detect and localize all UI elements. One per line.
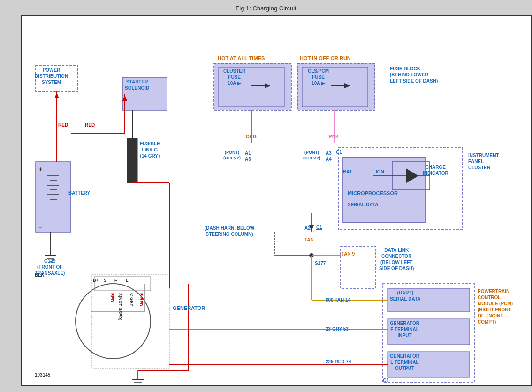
- hot-off-run-label: HOT IN OFF OR RUN: [300, 55, 351, 61]
- tan-label: TAN: [304, 237, 314, 243]
- diagram-number: 103145: [35, 372, 50, 378]
- 800-tan-14-label: 800 TAN 14: [326, 297, 350, 303]
- battery-label: BATTERY: [68, 190, 90, 196]
- fusible-link-label: FUSIBLELINK G(14 GRY): [140, 141, 160, 159]
- pont-chevy-left: (PONT)(CHEVY): [223, 150, 241, 161]
- diagram-container: + −: [21, 15, 532, 386]
- title-text: Fig 1: Charging Circuit: [236, 5, 296, 12]
- starter-solenoid-label: STARTERSOLENOID: [125, 79, 149, 91]
- cluster-fuse-label: CLUSTERFUSE10A ▶: [223, 68, 245, 86]
- red-wire-label2: RED: [85, 122, 95, 128]
- cls-pcm-fuse-label: CLS/PCMFUSE10A ▶: [308, 68, 329, 86]
- instrument-panel-label: INSTRUMENTPANELCLUSTER: [468, 152, 499, 171]
- svg-marker-71: [344, 83, 350, 88]
- g129-label: G129(FRONT OFTRANSAXLE): [35, 258, 65, 276]
- svg-marker-45: [122, 95, 127, 101]
- red-side-label: RED: [109, 293, 114, 302]
- red-wire-label1: RED: [58, 122, 68, 128]
- b-red-label: B RED: [138, 293, 144, 306]
- uart-label: (UART)SERIAL DATA: [390, 290, 421, 302]
- svg-rect-28: [92, 274, 169, 368]
- svg-rect-1: [36, 162, 71, 232]
- s277-label: S277: [315, 260, 326, 266]
- charge-indicator-label: CHARGEINDICATOR: [423, 164, 448, 176]
- svg-marker-69: [265, 83, 270, 88]
- a1-a3-label: A1A3: [245, 150, 251, 162]
- pnk-label: PNK: [329, 134, 339, 140]
- a3-a4-label: A3A4: [326, 150, 332, 162]
- svg-marker-41: [54, 92, 59, 98]
- org-label: ORG: [246, 134, 257, 140]
- l-term-label: L: [126, 278, 129, 284]
- c-gry-label: C GRY: [129, 293, 134, 306]
- hot-all-times-label: HOT AT ALL TIMES: [218, 55, 265, 61]
- power-dist-label: POWERDISTRIBUTIONSYSTEM: [35, 67, 68, 85]
- b-plus-label: B+: [93, 278, 99, 284]
- a2-label: A2: [304, 225, 311, 231]
- fuse-block-label: FUSE BLOCK(BEHIND LOWERLEFT SIDE OF DASH…: [390, 66, 438, 84]
- generator-label: GENERATOR: [173, 305, 205, 311]
- pont-chevy-right: (PONT)(CHEVY): [303, 150, 320, 161]
- f-term-label: F: [114, 278, 117, 284]
- powertrain-label: POWERTRAINCONTROLMODULE (PCM)(RIGHT FRON…: [478, 288, 513, 325]
- tan-9-label: TAN 9: [342, 251, 355, 257]
- dash-harn-label: (DASH HARN, BELOWSTEERING COLUMN): [205, 225, 254, 237]
- data-link-label: DATA LINKCONNECTOR(BELOW LEFTSIDE OF DAS…: [379, 247, 414, 271]
- gen-f-label: GENERATORF TERMINALINPUT: [390, 320, 419, 339]
- svg-rect-29: [94, 277, 151, 291]
- svg-rect-16: [338, 148, 463, 230]
- not-used-label: S(NOT USED): [117, 293, 122, 321]
- svg-text:+: +: [39, 166, 42, 173]
- microprocessor-label: MICROPROCESSOR: [348, 190, 398, 196]
- c1-mid-label: C1: [316, 224, 322, 230]
- ign-label: IGN: [376, 169, 384, 175]
- c1-right-label: C1: [336, 149, 342, 155]
- svg-text:−: −: [39, 225, 42, 231]
- svg-rect-11: [127, 138, 137, 183]
- bat-label: BAT: [343, 169, 352, 175]
- svg-marker-19: [406, 169, 418, 183]
- gen-l-label: GENERATORL TERMINALOUTPUT: [390, 353, 419, 371]
- wiring-diagram-svg: + −: [22, 16, 531, 385]
- serial-data-label: SERIAL DATA: [348, 202, 379, 208]
- c1-bottom-label: C1: [383, 377, 389, 384]
- s-term-label: S: [104, 278, 106, 284]
- svg-point-31: [309, 253, 314, 258]
- 23-gry-53-label: 23 GRY 53: [326, 326, 349, 332]
- 225-red-74-label: 225 RED 74: [326, 359, 351, 365]
- page-title: Fig 1: Charging Circuit: [0, 0, 532, 15]
